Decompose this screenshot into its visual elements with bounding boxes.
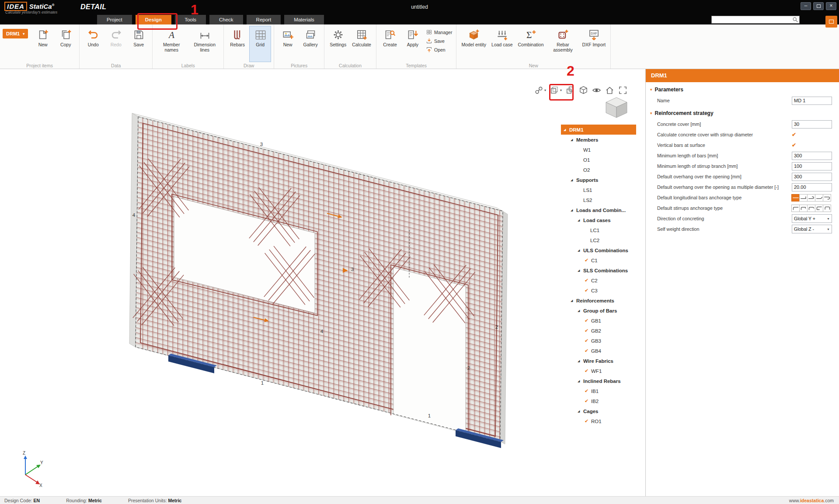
tree-item-gb4[interactable]: ✔GB4 [561, 346, 636, 356]
viewport-tool-section-box[interactable]: ▾ [550, 86, 562, 95]
tree-item-wire-fabrics[interactable]: ◢Wire Fabrics [561, 356, 636, 366]
tree-item-wf1[interactable]: ✔WF1 [561, 366, 636, 376]
tab-materials[interactable]: Materials [284, 15, 324, 24]
ribbon-button-new-combination[interactable]: ΣCombination [516, 26, 546, 62]
stir-corner-hook-icon[interactable] [799, 205, 808, 212]
section-header-reinforcement-strategy[interactable]: ▾Reinforcement strategy [646, 106, 839, 119]
ribbon-button-project-items-new[interactable]: New [32, 26, 54, 62]
maximize-icon[interactable] [813, 2, 824, 10]
input-default-overhang-over-the-opening-mm[interactable]: 300 [792, 173, 832, 181]
tree-expander-icon[interactable]: ◢ [578, 410, 583, 413]
tree-item-sls-combinations[interactable]: ◢SLS Combinations [561, 265, 636, 275]
tree-item-ib2[interactable]: ✔IB2 [561, 396, 636, 406]
tree-expander-icon[interactable]: ◢ [578, 269, 583, 272]
input-minimum-length-of-bars-mm[interactable]: 300 [792, 152, 832, 160]
app-menu-button[interactable] [825, 16, 837, 28]
stir-closed-icon[interactable] [823, 205, 831, 212]
ribbon-button-new-dxf-import[interactable]: DXFDXF Import [580, 26, 608, 62]
tree-item-c2[interactable]: ✔C2 [561, 275, 636, 285]
tree-expander-icon[interactable]: ◢ [578, 359, 583, 363]
tree-item-o2[interactable]: O2 [561, 165, 636, 175]
tree-item-drm1[interactable]: ◢DRM1 [561, 125, 636, 135]
tree-item-w1[interactable]: W1 [561, 145, 636, 155]
minimize-icon[interactable]: – [801, 2, 811, 10]
tree-item-load-cases[interactable]: ◢Load cases [561, 215, 636, 225]
viewport-tool-clipping-box[interactable] [566, 86, 575, 95]
check-icon[interactable]: ✔ [585, 388, 591, 394]
tab-report[interactable]: Report [247, 15, 281, 24]
ribbon-button-draw-grid[interactable]: Grid [249, 26, 271, 62]
tab-project[interactable]: Project [97, 15, 132, 24]
tree-item-ib1[interactable]: ✔IB1 [561, 386, 636, 396]
tree-item-members[interactable]: ◢Members [561, 135, 636, 145]
tree-item-supports[interactable]: ◢Supports [561, 175, 636, 185]
check-icon[interactable]: ✔ [585, 398, 591, 404]
stir-corner-135-icon[interactable] [807, 205, 815, 212]
model-3d-view[interactable]: 34342211ZYX [0, 69, 645, 496]
input-name[interactable]: MD 1 [792, 97, 832, 105]
tree-expander-icon[interactable]: ◢ [578, 379, 583, 383]
ribbon-button-calculation-settings[interactable]: Settings [327, 26, 349, 62]
ribbon-button-templates-create[interactable]: Create [379, 26, 401, 62]
opening-door[interactable] [393, 268, 466, 433]
ribbon-button-templates-save[interactable]: Save [426, 38, 452, 44]
check-icon[interactable]: ✔ [585, 348, 591, 354]
check-icon[interactable]: ✔ [585, 318, 591, 323]
checkbox-vertical-bars-at-surface[interactable]: ✔ [792, 142, 796, 148]
checkbox-calculate-concrete-cover-with-stirrup-diameter[interactable]: ✔ [792, 132, 796, 138]
search-input[interactable] [712, 17, 792, 22]
tree-item-c3[interactable]: ✔C3 [561, 285, 636, 295]
active-item-dropdown[interactable]: DRM1▾ [3, 29, 28, 38]
input-default-overhang-over-the-opening-as-multiple-diameter[interactable]: 20.00 [792, 183, 832, 191]
ribbon-button-new-load-case[interactable]: Load case [489, 26, 515, 62]
tree-item-inclined-rebars[interactable]: ◢Inclined Rebars [561, 376, 636, 386]
tree-expander-icon[interactable]: ◢ [578, 309, 583, 313]
viewport-tool-solid-view[interactable] [579, 86, 588, 95]
check-icon[interactable]: ✔ [585, 278, 591, 283]
section-header-parameters[interactable]: ▾Parameters [646, 82, 839, 95]
select-self-weight-direction[interactable]: Global Z -▼ [792, 225, 832, 233]
check-icon[interactable]: ✔ [585, 418, 591, 424]
check-icon[interactable]: ✔ [585, 328, 591, 334]
tree-item-lc1[interactable]: LC1 [561, 225, 636, 235]
tab-design[interactable]: Design [136, 15, 171, 24]
tree-item-reinforcements[interactable]: ◢Reinforcements [561, 295, 636, 306]
ribbon-button-project-items-copy[interactable]: Copy [55, 26, 77, 62]
stir-overlap-icon[interactable] [815, 205, 823, 212]
search-icon[interactable] [792, 17, 798, 23]
tree-expander-icon[interactable]: ◢ [571, 138, 576, 142]
ribbon-button-new-rebar-assembly[interactable]: Rebar assembly [547, 26, 579, 62]
tree-expander-icon[interactable]: ◢ [571, 299, 576, 302]
check-icon[interactable]: ✔ [585, 257, 591, 263]
ribbon-button-data-save[interactable]: Save [128, 26, 150, 62]
ribbon-button-data-undo[interactable]: Undo [82, 26, 104, 62]
navigation-cube[interactable] [600, 94, 633, 119]
website-link[interactable]: www.ideastatica.com [789, 498, 834, 503]
tree-item-gb2[interactable]: ✔GB2 [561, 326, 636, 336]
tab-tools[interactable]: Tools [175, 15, 206, 24]
close-icon[interactable]: × [826, 2, 836, 10]
viewport-tool-link[interactable]: ▾ [534, 86, 546, 95]
ribbon-button-templates-open[interactable]: Open [426, 46, 452, 53]
ribbon-button-labels-dimension-lines[interactable]: Dimension lines [188, 26, 221, 62]
anch-hook-135-icon[interactable] [815, 194, 823, 202]
select-direction-of-concreting[interactable]: Global Y +▼ [792, 214, 832, 223]
ribbon-button-data-redo[interactable]: Redo [105, 26, 127, 62]
anch-hook-90-icon[interactable] [799, 194, 808, 202]
tree-expander-icon[interactable]: ◢ [578, 219, 583, 222]
ribbon-button-draw-rebars[interactable]: Rebars [226, 26, 248, 62]
ribbon-button-labels-member-names[interactable]: AMember names [155, 26, 188, 62]
tree-item-group-of-bars[interactable]: ◢Group of Bars [561, 306, 636, 316]
ribbon-button-templates-apply[interactable]: Apply [402, 26, 424, 62]
tree-item-loads-and-combin[interactable]: ◢Loads and Combin... [561, 205, 636, 215]
tree-item-c1[interactable]: ✔C1 [561, 255, 636, 265]
tree-expander-icon[interactable]: ◢ [571, 209, 576, 212]
ribbon-button-templates-manager[interactable]: Manager [426, 29, 452, 35]
stir-corner-icon[interactable] [791, 205, 800, 212]
tree-item-gb1[interactable]: ✔GB1 [561, 316, 636, 326]
tree-item-ro1[interactable]: ✔RO1 [561, 416, 636, 426]
check-icon[interactable]: ✔ [585, 368, 591, 374]
tree-item-ls1[interactable]: LS1 [561, 185, 636, 195]
check-icon[interactable]: ✔ [585, 338, 591, 344]
input-minimum-length-of-stirrup-branch-mm[interactable]: 100 [792, 162, 832, 170]
